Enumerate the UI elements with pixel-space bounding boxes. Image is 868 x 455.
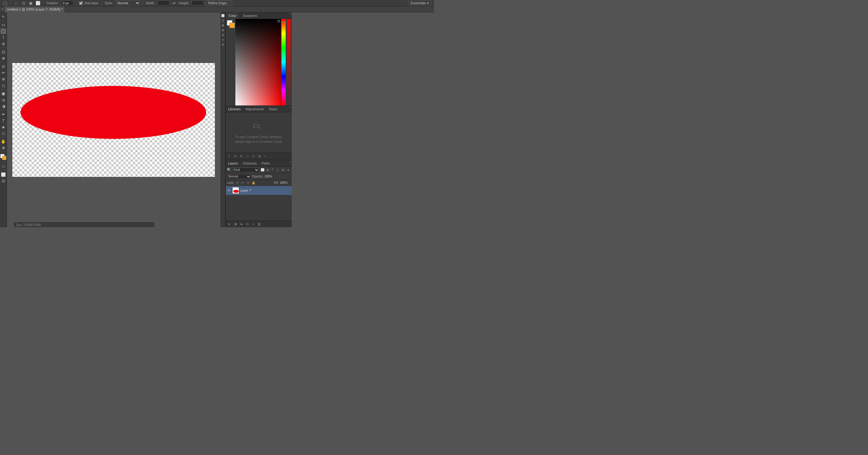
print-icon[interactable]: ⬜ xyxy=(35,0,41,6)
tab-adjustments[interactable]: Adjustments xyxy=(243,106,267,112)
color-panel-collapse[interactable]: ≡ xyxy=(290,12,292,19)
lib-tool-fx[interactable]: fx xyxy=(239,154,244,159)
svg-text:Cc: Cc xyxy=(253,123,260,129)
filter-shape-icon[interactable]: ⬡ xyxy=(276,168,280,172)
tab-channels[interactable]: Channels xyxy=(241,160,259,167)
mini-tool-1[interactable]: ⬜ xyxy=(221,13,225,18)
filter-adjust-icon[interactable]: ◑ xyxy=(266,168,270,172)
background-swatch[interactable] xyxy=(229,23,235,28)
spot-heal-tool[interactable]: ⊙ xyxy=(0,63,6,69)
color-swatch-box[interactable] xyxy=(0,154,6,160)
layers-tabs: Layers Channels Paths ≡ xyxy=(226,160,292,167)
layer-new-button[interactable]: + xyxy=(251,222,256,227)
color-hue-bar[interactable] xyxy=(281,19,286,105)
open-icon[interactable]: ⊡ xyxy=(21,0,26,6)
new-layer-icon[interactable]: □ xyxy=(13,0,19,6)
lock-all-icon[interactable]: 🔒 xyxy=(251,181,255,185)
lock-position-icon[interactable]: ✛ xyxy=(246,181,250,185)
tab-styles[interactable]: Styles xyxy=(266,106,280,112)
lib-tool-char[interactable]: A xyxy=(233,154,238,159)
screen-mode-tool[interactable]: ⬜ xyxy=(0,171,6,177)
lib-tool-rect[interactable]: ▭ xyxy=(245,154,250,159)
path-select-tool[interactable]: ◈ xyxy=(0,124,6,130)
mini-tool-3[interactable]: ⊠ xyxy=(221,23,225,27)
color-picker-gradient[interactable] xyxy=(236,19,281,105)
toolbar-sep-4 xyxy=(101,1,102,5)
layer-group-button[interactable]: ⊡ xyxy=(245,222,250,227)
marquee-rect-tool[interactable]: ▭ xyxy=(0,22,6,28)
move-tool[interactable]: ↖ xyxy=(0,13,6,20)
tool-sep-8 xyxy=(1,162,6,162)
layer-mask-button[interactable]: ◑ xyxy=(233,222,238,227)
lock-label: Lock: xyxy=(227,181,234,185)
hand-tool[interactable]: ✋ xyxy=(0,138,6,144)
canvas-area[interactable]: Doc: 3.00M/3.00M xyxy=(7,12,221,227)
mini-tool-2[interactable]: ⊡ xyxy=(221,19,225,23)
libraries-panel-collapse[interactable]: ≡ xyxy=(290,106,292,112)
layer-visibility-toggle[interactable]: 👁 xyxy=(227,188,231,193)
swap-icon[interactable]: ⇌ xyxy=(172,0,177,6)
opacity-value: 100% xyxy=(264,175,275,178)
lock-image-icon[interactable]: ✏ xyxy=(241,181,245,185)
ellipse-tool-icon[interactable]: ◯ xyxy=(2,0,8,6)
lib-tool-image[interactable]: ⊠ xyxy=(257,154,262,159)
height-input[interactable] xyxy=(192,1,204,5)
layer-item[interactable]: 👁 Layer 7 xyxy=(226,186,292,195)
shape-tool[interactable]: ⬡ xyxy=(0,130,6,136)
blur-tool[interactable]: ◎ xyxy=(0,97,6,103)
width-label: Width: xyxy=(146,1,155,5)
feather-input[interactable] xyxy=(61,1,73,5)
mini-tool-7[interactable]: ⊕ xyxy=(221,42,225,47)
canvas-wrapper xyxy=(12,63,215,177)
lib-tool-add[interactable]: + xyxy=(263,154,268,159)
mini-tool-4[interactable]: ⊞ xyxy=(221,28,225,32)
pen-tool[interactable]: ✒ xyxy=(0,111,6,117)
mini-tool-5[interactable]: ⊟ xyxy=(221,33,225,37)
style-select[interactable]: Normal Fixed Ratio Fixed Size xyxy=(116,1,140,6)
refine-edge-button[interactable]: Refine Edge... xyxy=(206,1,232,6)
blend-mode-select[interactable]: Normal xyxy=(227,174,251,179)
filter-select[interactable]: Kind xyxy=(232,167,259,172)
tab-libraries[interactable]: Libraries xyxy=(226,106,243,112)
tab-title[interactable]: Untitled-1 @ 100% (Layer 7, RGB/8) * xyxy=(5,6,65,12)
quick-mask-tool[interactable]: ⬭ xyxy=(0,163,6,169)
marquee-ellipse-tool[interactable]: ◯ xyxy=(0,28,6,34)
save-icon[interactable]: ▣ xyxy=(28,0,33,6)
filter-toggle[interactable]: ● xyxy=(286,168,290,172)
filter-smart-icon[interactable]: ⊠ xyxy=(281,168,285,172)
tab-paths[interactable]: Paths xyxy=(259,160,273,167)
zoom-tool[interactable]: ⊕ xyxy=(0,144,6,151)
main-layout: ↖ ▭ ◯ ⌇ ⊘ ⊡ ⊕ ⊙ ✏ ⊛ ◻ ▣ ◎ ◑ ✒ T ◈ ⬡ ✋ ⊕ … xyxy=(0,12,434,227)
dodge-tool[interactable]: ◑ xyxy=(0,103,6,109)
anti-alias-checkbox[interactable] xyxy=(79,1,83,5)
layer-adjustment-button[interactable]: ◈ xyxy=(239,222,244,227)
gradient-tool[interactable]: ▣ xyxy=(0,90,6,96)
layer-delete-button[interactable]: 🗑 xyxy=(257,222,262,227)
frame-tool[interactable]: ⊡ xyxy=(0,178,6,184)
type-tool[interactable]: T xyxy=(0,118,6,124)
background-color[interactable] xyxy=(2,156,6,160)
lock-transparent-icon[interactable]: ⊡ xyxy=(235,181,239,185)
filter-pixel-icon[interactable]: ⬜ xyxy=(260,168,265,172)
layer-fx-button[interactable]: fx xyxy=(227,222,232,227)
filter-icons: ⬜ ◑ T ⬡ ⊠ xyxy=(260,168,285,172)
layers-panel-collapse[interactable]: ≡ xyxy=(290,160,292,166)
tab-swatches[interactable]: Swatches xyxy=(240,12,261,19)
tab-color[interactable]: Color xyxy=(226,12,240,19)
eyedropper-tool[interactable]: ⊕ xyxy=(0,55,6,61)
eraser-tool[interactable]: ◻ xyxy=(0,82,6,88)
color-alpha-bar[interactable] xyxy=(287,19,290,105)
brush-tool[interactable]: ✏ xyxy=(0,70,6,76)
lib-tool-text[interactable]: T xyxy=(227,154,232,159)
width-input[interactable] xyxy=(158,1,170,5)
lib-tool-box[interactable]: ⊡ xyxy=(251,154,256,159)
filter-type-icon[interactable]: T xyxy=(271,168,275,172)
tab-layers[interactable]: Layers xyxy=(226,160,241,167)
crop-tool[interactable]: ⊡ xyxy=(0,49,6,55)
mini-tool-6[interactable]: A xyxy=(221,38,225,42)
tab-close-button[interactable]: ✕ xyxy=(0,7,5,11)
lasso-tool[interactable]: ⌇ xyxy=(0,34,6,40)
clone-tool[interactable]: ⊛ xyxy=(0,76,6,82)
essentials-button[interactable]: Essentials ▾ xyxy=(408,1,432,6)
quick-select-tool[interactable]: ⊘ xyxy=(0,41,6,47)
